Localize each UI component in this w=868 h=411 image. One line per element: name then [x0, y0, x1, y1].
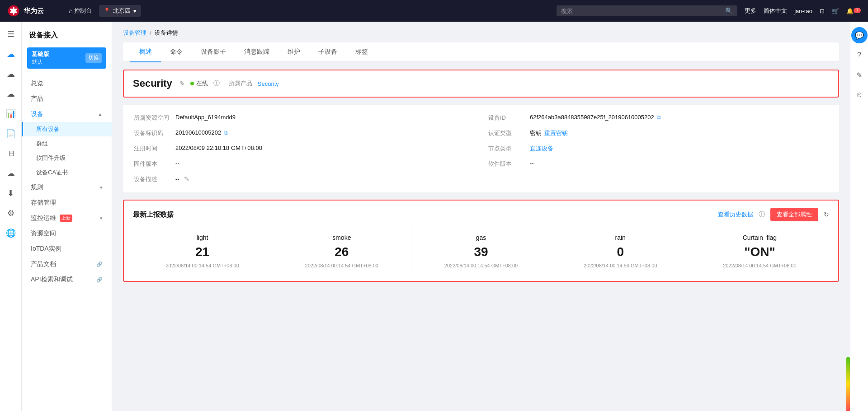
info-row-desc: 设备描述 -- ✎ — [134, 175, 474, 183]
firmware-value: -- — [175, 160, 179, 167]
metric-time-light: 2022/08/14 00:14:54 GMT+08:00 — [137, 263, 268, 268]
console-link[interactable]: ⌂ 控制台 — [69, 7, 92, 15]
sidebar-icon-download[interactable]: ⬇ — [2, 184, 20, 202]
sidebar-icon-settings[interactable]: ⚙ — [2, 204, 20, 222]
device-name: Security — [133, 78, 172, 89]
latest-data-header: 最新上报数据 查看历史数据 ⓘ 查看全部属性 ↻ — [133, 208, 829, 221]
metric-time-gas: 2022/08/14 00:14:54 GMT+08:00 — [415, 263, 547, 268]
desc-edit-icon[interactable]: ✎ — [184, 175, 189, 182]
user-label[interactable]: jan-tao — [794, 8, 812, 14]
nav-item-instance[interactable]: IoTDA实例 — [22, 241, 112, 257]
nav-item-resource[interactable]: 资源空间 — [22, 226, 112, 241]
sidebar-icon-cloud3[interactable]: ☁ — [2, 85, 20, 103]
search-bar[interactable]: 🔍 — [557, 5, 737, 16]
cart-icon[interactable]: 🛒 — [832, 8, 839, 14]
device-code-label: 设备标识码 — [134, 129, 170, 137]
more-label[interactable]: 更多 — [745, 7, 756, 15]
metric-name-smoke: smoke — [276, 234, 407, 241]
nav-item-docs[interactable]: 产品文档 🔗 — [22, 257, 112, 272]
nav-item-product[interactable]: 产品 — [22, 91, 112, 107]
nav-sub-all-devices[interactable]: 所有设备 — [22, 122, 112, 136]
nav-sub-group[interactable]: 群组 — [22, 136, 112, 151]
color-bar-indicator — [846, 357, 850, 411]
nav-title: 设备接入 — [22, 27, 112, 47]
screen-icon[interactable]: ⊡ — [820, 8, 825, 14]
metric-time-Curtain_flag: 2022/08/14 00:14:54 GMT+08:00 — [694, 263, 826, 268]
tab-shadow[interactable]: 设备影子 — [192, 42, 235, 62]
sidebar-icon-chart[interactable]: 📊 — [2, 105, 20, 123]
sidebar-icon-cloud1[interactable]: ☁ — [2, 45, 20, 63]
tab-maintenance[interactable]: 维护 — [278, 42, 309, 62]
sidebar-icon-menu[interactable]: ☰ — [2, 25, 20, 43]
plan-label: 默认 — [32, 58, 49, 66]
device-header-card: Security ✎ 在线 ⓘ 所属产品 Security — [123, 70, 839, 98]
nav-item-monitor[interactable]: 监控运维 上新 ▾ — [22, 210, 112, 226]
sidebar-icon-device[interactable]: 🖥 — [2, 145, 20, 163]
device-id-copy-icon[interactable]: ⧉ — [657, 114, 661, 121]
top-nav-right: 更多 简体中文 jan-tao ⊡ 🛒 🔔7 — [745, 7, 861, 15]
tab-command[interactable]: 命令 — [161, 42, 192, 62]
rules-chevron-icon: ▾ — [100, 185, 103, 191]
right-panel-chat-icon[interactable]: 💬 — [851, 27, 868, 43]
info-row-firmware: 固件版本 -- — [134, 160, 474, 168]
region-chevron-icon: ▾ — [133, 8, 137, 14]
software-label: 软件版本 — [488, 160, 524, 168]
firmware-label: 固件版本 — [134, 160, 170, 168]
info-row-device-code: 设备标识码 20190610005202 ⧉ — [134, 129, 474, 137]
nav-item-overview[interactable]: 总览 — [22, 76, 112, 91]
right-panel: 💬 ? ✎ ☺ — [850, 22, 868, 411]
nav-item-rules[interactable]: 规则 ▾ — [22, 180, 112, 195]
software-value: -- — [530, 160, 534, 167]
right-panel-help-icon[interactable]: ? — [851, 47, 868, 63]
product-label: 所属产品 — [229, 79, 252, 88]
breadcrumb-parent[interactable]: 设备管理 — [123, 29, 146, 36]
tab-subdevice[interactable]: 子设备 — [309, 42, 346, 62]
tab-overview[interactable]: 概述 — [130, 42, 161, 62]
sidebar-icon-cloud2[interactable]: ☁ — [2, 65, 20, 83]
history-link[interactable]: 查看历史数据 — [718, 210, 753, 219]
search-input[interactable] — [561, 8, 725, 14]
device-info-card: 所属资源空间 DefaultApp_6194mdd9 设备ID 62f264ab… — [123, 105, 839, 192]
metric-name-light: light — [137, 234, 268, 241]
plan-switch-button[interactable]: 切换 — [85, 53, 102, 63]
region-label: 北京四 — [113, 7, 131, 15]
metric-time-smoke: 2022/08/14 00:14:54 GMT+08:00 — [276, 263, 407, 268]
history-info-icon[interactable]: ⓘ — [759, 210, 765, 219]
device-code-value: 20190610005202 ⧉ — [175, 129, 228, 136]
metric-time-rain: 2022/08/14 00:14:54 GMT+08:00 — [555, 263, 686, 268]
metric-item-Curtain_flag: Curtain_flag "ON" 2022/08/14 00:14:54 GM… — [690, 229, 829, 274]
refresh-icon[interactable]: ↻ — [824, 211, 829, 218]
device-info-icon[interactable]: ⓘ — [213, 79, 220, 88]
product-name-link[interactable]: Security — [258, 80, 279, 87]
region-selector[interactable]: 📍 北京四 ▾ — [99, 5, 141, 17]
plan-card: 基础版 默认 切换 — [27, 47, 106, 69]
search-icon: 🔍 — [725, 7, 733, 14]
nav-sub-ca[interactable]: 设备CA证书 — [22, 165, 112, 180]
app-layout: ☰ ☁ ☁ ☁ 📊 📄 🖥 ☁ ⬇ ⚙ 🌐 设备接入 基础版 默认 切换 总览 … — [0, 22, 868, 411]
view-all-button[interactable]: 查看全部属性 — [770, 208, 818, 221]
device-code-copy-icon[interactable]: ⧉ — [224, 130, 228, 136]
nav-sub-firmware[interactable]: 软固件升级 — [22, 151, 112, 165]
sidebar-icon-network[interactable]: 🌐 — [2, 224, 20, 242]
device-chevron-icon: ▲ — [98, 112, 103, 117]
nav-item-device[interactable]: 设备 ▲ — [22, 107, 112, 122]
notification-icon[interactable]: 🔔7 — [846, 8, 861, 14]
tab-message[interactable]: 消息跟踪 — [235, 42, 278, 62]
metric-name-gas: gas — [415, 234, 547, 241]
right-panel-edit-icon[interactable]: ✎ — [851, 67, 868, 83]
brand-logo[interactable]: 华为云 — [7, 5, 61, 17]
nav-item-storage[interactable]: 存储管理 — [22, 195, 112, 210]
tab-label[interactable]: 标签 — [346, 42, 377, 62]
latest-data-card: 最新上报数据 查看历史数据 ⓘ 查看全部属性 ↻ light 21 2022/0… — [123, 200, 839, 282]
desc-value: -- ✎ — [175, 175, 189, 182]
right-panel-smile-icon[interactable]: ☺ — [851, 87, 868, 103]
reset-key-link[interactable]: 重置密钥 — [544, 129, 568, 137]
sidebar-icon-cloud4[interactable]: ☁ — [2, 164, 20, 182]
device-edit-icon[interactable]: ✎ — [179, 80, 185, 87]
lang-label[interactable]: 简体中文 — [764, 7, 787, 15]
sidebar-icon-doc[interactable]: 📄 — [2, 125, 20, 143]
metric-value-light: 21 — [137, 245, 268, 259]
nav-item-api[interactable]: API检索和调试 🔗 — [22, 272, 112, 287]
metric-item-gas: gas 39 2022/08/14 00:14:54 GMT+08:00 — [411, 229, 551, 274]
data-metrics: light 21 2022/08/14 00:14:54 GMT+08:00 s… — [133, 229, 829, 274]
